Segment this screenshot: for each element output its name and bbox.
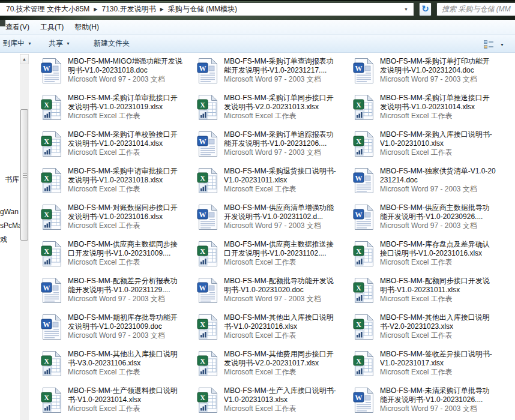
- file-item[interactable]: W MBO-FS-MM-采购订单打印功能开发说明书-V1.0-20231204.…: [353, 56, 509, 93]
- file-type-label: Microsoft Word 97 - 2003 文档: [224, 75, 340, 84]
- new-folder-button[interactable]: 新建文件夹: [89, 37, 134, 51]
- file-text-block: MBO-FS-MM-其他费用同步接口开发说明书-V2.0-20231017.xl…: [224, 349, 340, 377]
- file-text-block: MBO-FS-MM-采购订单打印功能开发说明书-V1.0-20231204.do…: [380, 56, 496, 84]
- file-name: MBO-FS-MM-对账数据同步接口开发说明书-V1.0-20231016.xl…: [68, 203, 184, 221]
- file-item[interactable]: W MBO-FS-MM-采购订单查询报表功能开发说明书-V1.0-2023121…: [197, 56, 353, 93]
- file-type-label: Microsoft Excel 工作表: [68, 185, 184, 194]
- scroll-up-button[interactable]: ▲: [20, 54, 29, 64]
- file-item[interactable]: X MBO-FS-MM-生产入库接口说明书-V1.0-20231013.xlsx…: [197, 386, 353, 420]
- excel-spreadsheet-icon: X: [197, 387, 218, 413]
- file-item[interactable]: X MBO-FS-MM-库存盘点及差异确认接口说明书-V1.0-20231016…: [353, 239, 509, 276]
- menu-tools[interactable]: 工具(T): [35, 20, 69, 34]
- file-item[interactable]: W MBO-FS-MM-配额差异分析报表功能开发说明书-V1.0-2023112…: [41, 276, 197, 313]
- file-name: MBO-FS-MM-供应商主数据批导功能开发说明书-V1.0-20230926.…: [380, 203, 496, 221]
- file-type-label: Microsoft Word 97 - 2003 文档: [380, 221, 496, 230]
- view-mode-icon: [484, 40, 493, 49]
- file-item[interactable]: X MBO-FS-MM-采购订单校验接口开发说明书-V1.0-20231014.…: [41, 130, 197, 166]
- excel-badge-letter: X: [44, 137, 49, 146]
- excel-spreadsheet-icon: X: [41, 167, 62, 194]
- search-input[interactable]: 搜索 采购与仓储 (MM: [436, 2, 515, 16]
- file-name: MBO-FS-MM-采购订单查询报表功能开发说明书-V1.0-20231217.…: [224, 57, 340, 75]
- file-text-block: MBO-FS-MM-供应商清单增强功能开发说明书-V1.0-20231102.d…: [224, 203, 340, 230]
- word-badge-letter: W: [43, 64, 50, 73]
- file-name: MBO-FS-MM-其他费用同步接口开发说明书-V2.0-20231017.xl…: [224, 350, 340, 368]
- change-view-button[interactable]: ▼: [481, 38, 507, 51]
- file-item[interactable]: W MBO-FS-MM-独家供货清单-V1.0-20231214.doc Mic…: [353, 166, 509, 203]
- file-type-label: Microsoft Excel 工作表: [224, 112, 340, 121]
- nav-item-fragment[interactable]: gWan: [0, 208, 20, 216]
- excel-badge-letter: X: [356, 137, 361, 146]
- file-item[interactable]: X MBO-FS-MM-其他出入库接口说明书-V2.0-20231023.xls…: [353, 313, 509, 349]
- file-item[interactable]: X MBO-FS-MM-采购入库接口说明书-V1.0-20231010.xlsx…: [353, 130, 509, 166]
- word-document-icon: W: [41, 277, 62, 304]
- file-item[interactable]: W MBO-FS-MM-配额批导功能开发说明书-V1.0-20231020.do…: [197, 276, 353, 313]
- window-titlebar: 70.技术管理 文件大小85M ▶ 7130.开发说明书 ▶ 采购与仓储 (MM…: [0, 0, 515, 20]
- excel-spreadsheet-icon: X: [197, 314, 218, 340]
- file-name: MBO-FS-MM-签收差异接口说明书-V1.0-20231017.xlsx: [380, 350, 496, 368]
- breadcrumb-arrow-icon[interactable]: ▶: [92, 7, 99, 12]
- include-in-library-button[interactable]: 到库中 ▼: [0, 37, 36, 51]
- nav-item-fragment[interactable]: 书库: [5, 175, 19, 185]
- file-item[interactable]: X MBO-FS-MM-供应商主数据推送接口开发说明书-V1.0-2023110…: [197, 239, 353, 276]
- file-name: MBO-FS-MM-采购申请审批接口开发说明书-V1.0-20231018.xl…: [68, 167, 184, 185]
- word-document-icon: W: [197, 204, 218, 230]
- file-item[interactable]: X MBO-FS-MM-采购订单推送接口开发说明书-V1.0-20231014.…: [353, 93, 509, 130]
- file-item[interactable]: W MBO-FS-MM-未清采购订单批导功能开发说明书-V1.0-2023102…: [353, 386, 509, 420]
- file-type-label: Microsoft Excel 工作表: [380, 368, 496, 377]
- breadcrumb-arrow-icon[interactable]: ▶: [158, 7, 166, 12]
- scrollbar-thumb[interactable]: [20, 109, 28, 241]
- file-item[interactable]: X MBO-FS-MM-采购退货接口说明书-V1.0-20231011.xlsx…: [197, 166, 353, 203]
- word-document-icon: W: [353, 167, 375, 194]
- file-type-label: Microsoft Word 97 - 2003 文档: [224, 221, 340, 230]
- breadcrumb-segment[interactable]: 7130.开发说明书: [100, 3, 158, 16]
- excel-spreadsheet-icon: X: [353, 277, 375, 304]
- word-badge-letter: W: [43, 284, 50, 292]
- address-bar[interactable]: 70.技术管理 文件大小85M ▶ 7130.开发说明书 ▶ 采购与仓储 (MM…: [0, 2, 414, 16]
- file-item[interactable]: W MBO-FS-MM-采购订单追踪报表功能开发说明书-V1.0-2023120…: [197, 130, 353, 166]
- nav-item-fragment[interactable]: sPcMa: [0, 221, 20, 230]
- file-text-block: MBO-FS-MM-采购申请审批接口开发说明书-V1.0-20231018.xl…: [68, 166, 184, 194]
- file-item[interactable]: W MBO-FS-MM-MIGO增强功能开发说明书-V1.0-20231018.…: [41, 56, 197, 93]
- file-type-label: Microsoft Word 97 - 2003 文档: [380, 75, 496, 84]
- file-item[interactable]: X MBO-FS-MM-其他费用同步接口开发说明书-V2.0-20231017.…: [197, 349, 353, 386]
- file-text-block: MBO-FS-MM-采购订单查询报表功能开发说明书-V1.0-20231217.…: [224, 56, 340, 84]
- file-item[interactable]: X MBO-FS-MM-配额同步接口开发说明书-V1.0-20231011.xl…: [353, 276, 509, 313]
- file-name: MBO-FS-MM-生产领退料接口说明书-V1.0-20231014.xlsx: [68, 386, 184, 404]
- file-item[interactable]: X MBO-FS-MM-供应商主数据同步接口开发说明书-V1.0-2023100…: [41, 239, 197, 276]
- menu-help[interactable]: 帮助(H): [69, 20, 104, 34]
- navigation-pane-fragment: 书库 gWan sPcMa 戏 ▲: [0, 53, 34, 420]
- file-text-block: MBO-FS-MM-采购订单追踪报表功能开发说明书-V1.0-20231206.…: [224, 130, 340, 157]
- file-item[interactable]: W MBO-FS-MM-供应商清单增强功能开发说明书-V1.0-20231102…: [197, 203, 353, 239]
- file-item[interactable]: X MBO-FS-MM-签收差异接口说明书-V1.0-20231017.xlsx…: [353, 349, 509, 386]
- file-name: MBO-FS-MM-生产入库接口说明书-V1.0-20231013.xlsx: [224, 386, 340, 404]
- breadcrumb-segment[interactable]: 采购与仓储 (MM模块): [166, 3, 239, 16]
- file-item[interactable]: X MBO-FS-MM-采购订单审批接口开发说明书-V1.0-20231019.…: [41, 93, 197, 130]
- word-badge-letter: W: [43, 320, 50, 329]
- file-item[interactable]: W MBO-FS-MM-期初库存批导功能开发说明书-V1.0-20231009.…: [41, 313, 197, 349]
- excel-badge-letter: X: [356, 247, 361, 256]
- breadcrumb-segment[interactable]: 70.技术管理 文件大小85M: [4, 3, 92, 16]
- file-item[interactable]: X MBO-FS-MM-其他出入库接口说明书-V3.0-20231106.xls…: [41, 349, 197, 386]
- word-badge-letter: W: [355, 211, 363, 219]
- file-item[interactable]: X MBO-FS-MM-对账数据同步接口开发说明书-V1.0-20231016.…: [41, 203, 197, 239]
- file-type-label: Microsoft Excel 工作表: [68, 221, 184, 230]
- file-type-label: Microsoft Excel 工作表: [380, 258, 496, 267]
- excel-spreadsheet-icon: X: [353, 131, 375, 157]
- file-text-block: MBO-FS-MM-库存盘点及差异确认接口说明书-V1.0-20231016.x…: [380, 239, 496, 267]
- file-item[interactable]: X MBO-FS-MM-采购订单同步接口开发说明书-V2.0-20231013.…: [197, 93, 353, 130]
- refresh-icon: ↻: [421, 4, 429, 14]
- excel-spreadsheet-icon: X: [197, 94, 218, 121]
- file-item[interactable]: X MBO-FS-MM-采购申请审批接口开发说明书-V1.0-20231018.…: [41, 166, 197, 203]
- share-label: 共享: [49, 38, 63, 49]
- excel-badge-letter: X: [356, 101, 361, 109]
- address-dropdown-icon[interactable]: ▼: [401, 5, 411, 13]
- nav-scrollbar[interactable]: ▲: [20, 54, 29, 420]
- file-item[interactable]: X MBO-FS-MM-其他出入库接口说明书-V1.0-20231016.xls…: [197, 313, 353, 349]
- refresh-button[interactable]: ↻: [419, 2, 432, 16]
- excel-spreadsheet-icon: X: [353, 350, 375, 377]
- share-button[interactable]: 共享 ▼: [44, 37, 74, 51]
- excel-spreadsheet-icon: X: [41, 241, 62, 267]
- file-item[interactable]: X MBO-FS-MM-生产领退料接口说明书-V1.0-20231014.xls…: [41, 386, 197, 420]
- nav-item-fragment[interactable]: 戏: [0, 235, 7, 245]
- file-item[interactable]: W MBO-FS-MM-供应商主数据批导功能开发说明书-V1.0-2023092…: [353, 203, 509, 239]
